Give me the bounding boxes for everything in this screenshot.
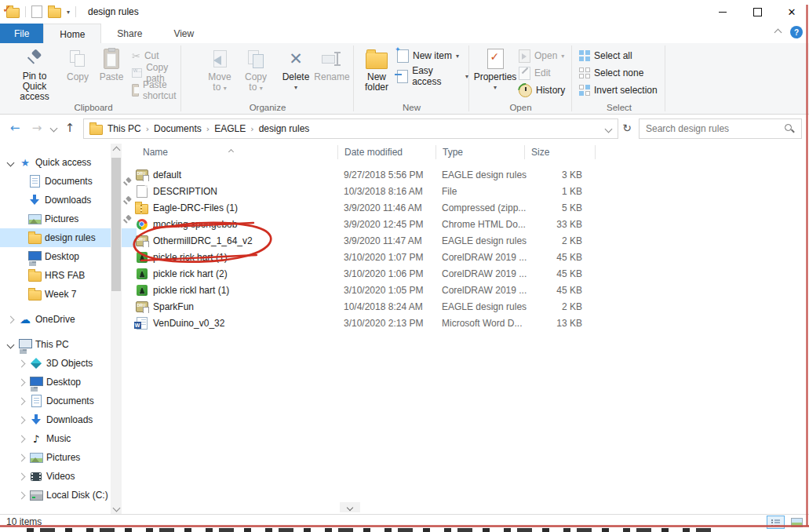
dropdown-arrow-icon: ▾ [561, 53, 564, 60]
sidebar-section-this-pc[interactable]: This PC [0, 335, 113, 354]
zip-folder-icon [135, 204, 148, 214]
copy-path-icon [132, 68, 142, 78]
easy-access-button[interactable]: Easy access ▾ [397, 67, 468, 85]
file-row-pickle-rick-hart-2[interactable]: pickle rick hart (2) 3/10/2020 1:06 PM C… [129, 265, 596, 282]
sidebar-item-music[interactable]: ♪ Music [0, 429, 124, 448]
file-row-mocking-spongebob[interactable]: mocking spongebob 3/9/2020 12:45 PM Chro… [129, 216, 596, 232]
up-button[interactable]: ↑ [61, 119, 78, 137]
open-icon [519, 49, 530, 63]
new-item-icon [397, 49, 409, 63]
select-all-icon [579, 50, 590, 61]
tab-file[interactable]: File [0, 24, 43, 43]
column-header-type[interactable]: Type [435, 145, 524, 159]
column-header-date-modified[interactable]: Date modified [337, 145, 435, 159]
column-header-name[interactable]: Name [129, 145, 337, 159]
quick-access-toolbar: ▾ design rules [0, 5, 139, 18]
onedrive-cloud-icon: ☁ [17, 313, 33, 326]
sidebar-item-pc-desktop[interactable]: Desktop [0, 373, 124, 392]
back-button[interactable]: ← [6, 119, 24, 137]
file-row-othermilldrc[interactable]: OthermillDRC_1_64_v2 3/9/2020 11:47 AM E… [129, 232, 596, 249]
search-input[interactable] [640, 123, 784, 134]
sidebar-item-local-disk-c[interactable]: Local Disk (C:) [0, 486, 124, 505]
qat-new-folder-icon[interactable] [48, 8, 61, 18]
copy-to-button[interactable]: Copy to ▾ [239, 46, 273, 102]
select-none-button[interactable]: Select none [579, 64, 643, 82]
pin-to-quick-access-button[interactable]: Pin to Quick access [9, 46, 60, 102]
open-button[interactable]: Open ▾ [519, 47, 564, 64]
scroll-down-button[interactable] [111, 501, 122, 514]
column-header-size[interactable]: Size [524, 145, 596, 159]
properties-button[interactable]: Properties ▾ [473, 46, 517, 102]
history-icon [519, 84, 532, 97]
sidebar-section-quick-access[interactable]: ★ Quick access [0, 153, 113, 172]
address-bar[interactable]: This PC › Documents › EAGLE › design rul… [83, 118, 618, 139]
desktop-icon [28, 251, 42, 261]
minimize-button[interactable] [705, 0, 740, 24]
coreldraw-icon [137, 285, 148, 296]
sidebar-item-videos[interactable]: Videos [0, 467, 124, 486]
copy-button[interactable]: Copy [63, 46, 93, 102]
sidebar-item-pc-documents[interactable]: Documents [0, 392, 124, 410]
rename-button[interactable]: Rename [312, 46, 352, 102]
move-to-button[interactable]: Move to ▾ [202, 46, 237, 102]
address-dropdown[interactable] [599, 123, 618, 134]
file-row-sparkfun[interactable]: SparkFun 10/4/2018 8:24 AM EAGLE design … [129, 298, 596, 315]
qat-customize-dropdown-icon[interactable]: ▾ [67, 9, 70, 16]
sidebar-item-pc-downloads[interactable]: Downloads [0, 410, 124, 429]
sidebar-item-pc-pictures[interactable]: Pictures [0, 448, 124, 467]
paste-shortcut-button[interactable]: Paste shortcut [132, 82, 180, 99]
details-view-button[interactable] [767, 516, 785, 529]
tab-home[interactable]: Home [43, 24, 101, 45]
file-row-venduino[interactable]: VenDuino_v0_32 3/10/2020 2:13 PM Microso… [129, 315, 596, 331]
thumbnail-view-button[interactable] [788, 516, 806, 529]
documents-icon [30, 175, 40, 188]
breadcrumb-documents[interactable]: Documents [149, 123, 206, 134]
maximize-button[interactable] [740, 0, 774, 24]
scroll-down-hint[interactable] [340, 502, 360, 512]
scroll-up-button[interactable] [111, 144, 122, 156]
forward-button[interactable]: → [28, 119, 46, 137]
chevron-down-icon [6, 159, 14, 166]
breadcrumb-eagle[interactable]: EAGLE [210, 123, 250, 134]
file-list: Name Date modified Type Size default 9/2… [129, 144, 596, 331]
qat-properties-icon[interactable] [31, 5, 42, 18]
desktop-icon [30, 377, 43, 386]
sidebar-section-onedrive[interactable]: ☁ OneDrive [0, 310, 113, 329]
recent-locations-dropdown[interactable] [47, 119, 60, 137]
file-row-pickle-rick-hart-1[interactable]: pickle rick hart (1) 3/10/2020 1:07 PM C… [129, 249, 596, 265]
group-label-open: Open [470, 103, 571, 112]
delete-button[interactable]: ✕ Delete ▾ [278, 46, 314, 102]
search-icon[interactable] [784, 123, 795, 134]
file-row-default[interactable]: default 9/27/2018 5:56 PM EAGLE design r… [129, 166, 596, 183]
refresh-button[interactable]: ↻ [619, 119, 635, 137]
paste-button[interactable]: Paste [94, 46, 129, 102]
new-item-button[interactable]: New item ▾ [397, 47, 459, 64]
close-button[interactable]: ✕ [774, 0, 809, 24]
scissors-icon: ✂ [132, 50, 140, 62]
edit-button[interactable]: Edit [519, 64, 551, 82]
ribbon-utility-icons: ? [775, 26, 803, 38]
scrollbar-thumb[interactable] [111, 158, 121, 291]
invert-selection-button[interactable]: Invert selection [579, 82, 658, 99]
coreldraw-icon [137, 252, 148, 263]
downloads-icon [30, 414, 42, 426]
sidebar-scrollbar[interactable] [111, 144, 122, 514]
breadcrumb-design-rules[interactable]: design rules [254, 123, 315, 134]
collapse-ribbon-icon[interactable] [774, 28, 782, 36]
help-icon[interactable]: ? [790, 26, 803, 38]
chevron-right-icon [17, 435, 25, 443]
computer-icon [19, 339, 32, 348]
file-row-eagle-drc-files[interactable]: Eagle-DRC-Files (1) 3/9/2020 11:46 AM Co… [129, 199, 596, 216]
music-icon: ♪ [28, 433, 44, 445]
history-button[interactable]: History [519, 82, 565, 99]
file-row-pickle-rickl-hart-1[interactable]: pickle rickl hart (1) 3/10/2020 1:05 PM … [129, 282, 596, 298]
new-folder-icon [366, 53, 388, 69]
tab-share[interactable]: Share [101, 24, 158, 43]
file-row-description[interactable]: DESCRIPTION 10/3/2018 8:16 AM File 1 KB [129, 183, 596, 199]
tab-view[interactable]: View [158, 24, 210, 43]
select-all-button[interactable]: Select all [579, 47, 632, 64]
sidebar-item-3d-objects[interactable]: 3D Objects [0, 354, 124, 373]
maximize-icon [753, 8, 762, 16]
breadcrumb-this-pc[interactable]: This PC [103, 123, 146, 134]
new-folder-button[interactable]: New folder [358, 46, 395, 102]
